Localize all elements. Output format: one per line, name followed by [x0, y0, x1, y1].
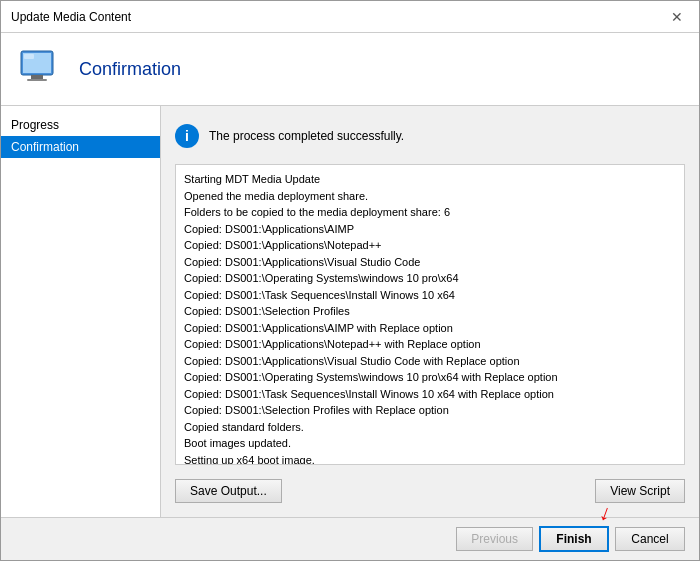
main-content: i The process completed successfully. St… — [161, 106, 699, 517]
success-message: The process completed successfully. — [209, 129, 404, 143]
log-line: Copied: DS001:\Operating Systems\windows… — [184, 369, 676, 386]
footer: ↓ Previous Finish Cancel — [1, 517, 699, 560]
svg-rect-2 — [31, 75, 43, 79]
sidebar: Progress Confirmation — [1, 106, 161, 517]
svg-rect-4 — [24, 54, 34, 59]
log-line: Copied: DS001:\Operating Systems\windows… — [184, 270, 676, 287]
log-line: Copied: DS001:\Applications\Notepad++ — [184, 237, 676, 254]
log-line: Copied: DS001:\Selection Profiles — [184, 303, 676, 320]
window-title: Update Media Content — [11, 10, 131, 24]
log-line: Copied: DS001:\Selection Profiles with R… — [184, 402, 676, 419]
info-icon: i — [175, 124, 199, 148]
log-line: Folders to be copied to the media deploy… — [184, 204, 676, 221]
log-line: Copied: DS001:\Applications\Notepad++ wi… — [184, 336, 676, 353]
title-bar: Update Media Content ✕ — [1, 1, 699, 33]
log-area[interactable]: Starting MDT Media UpdateOpened the medi… — [175, 164, 685, 465]
previous-button[interactable]: Previous — [456, 527, 533, 551]
main-window: Update Media Content ✕ Confirmation Prog… — [0, 0, 700, 561]
log-line: Boot images updated. — [184, 435, 676, 452]
save-output-button[interactable]: Save Output... — [175, 479, 282, 503]
finish-button[interactable]: Finish — [539, 526, 609, 552]
computer-icon — [17, 45, 65, 93]
cancel-button[interactable]: Cancel — [615, 527, 685, 551]
log-line: Copied: DS001:\Task Sequences\Install Wi… — [184, 287, 676, 304]
log-line: Copied: DS001:\Applications\AIMP — [184, 221, 676, 238]
sidebar-item-confirmation[interactable]: Confirmation — [1, 136, 160, 158]
log-line: Starting MDT Media Update — [184, 171, 676, 188]
log-line: Opened the media deployment share. — [184, 188, 676, 205]
header-section: Confirmation — [1, 33, 699, 106]
success-banner: i The process completed successfully. — [175, 118, 685, 154]
log-line: Copied: DS001:\Task Sequences\Install Wi… — [184, 386, 676, 403]
svg-rect-3 — [27, 79, 47, 81]
title-bar-label: Update Media Content — [11, 10, 131, 24]
content-area: Progress Confirmation i The process comp… — [1, 106, 699, 517]
log-line: Copied: DS001:\Applications\AIMP with Re… — [184, 320, 676, 337]
page-title: Confirmation — [79, 59, 181, 80]
close-button[interactable]: ✕ — [665, 7, 689, 27]
log-line: Setting up x64 boot image. — [184, 452, 676, 466]
log-line: Copied: DS001:\Applications\Visual Studi… — [184, 254, 676, 271]
log-line: Copied standard folders. — [184, 419, 676, 436]
log-line: Copied: DS001:\Applications\Visual Studi… — [184, 353, 676, 370]
sidebar-item-progress[interactable]: Progress — [1, 114, 160, 136]
